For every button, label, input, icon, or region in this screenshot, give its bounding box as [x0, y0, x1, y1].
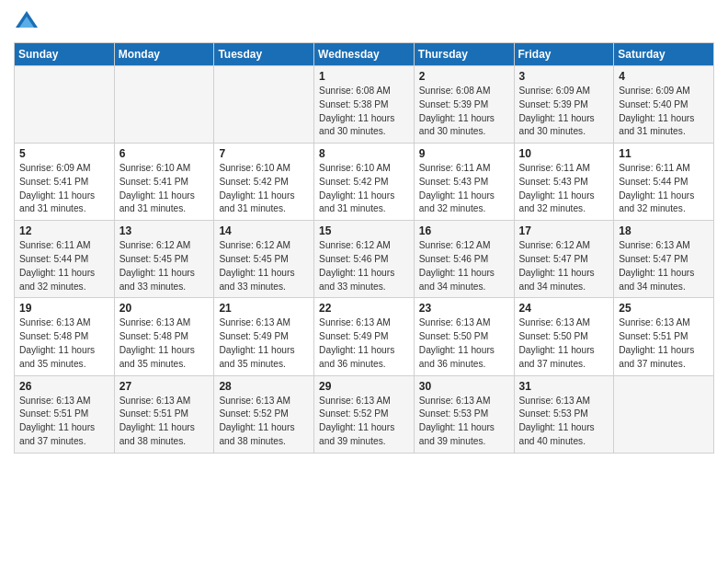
- page-header: [14, 9, 714, 35]
- day-number: 13: [119, 224, 210, 237]
- day-number: 23: [419, 302, 509, 315]
- calendar-cell: [15, 66, 115, 144]
- day-info: Sunrise: 6:11 AMSunset: 5:43 PMDaylight:…: [419, 162, 509, 216]
- day-info: Sunrise: 6:13 AMSunset: 5:49 PMDaylight:…: [219, 316, 309, 371]
- day-info: Sunrise: 6:13 AMSunset: 5:50 PMDaylight:…: [519, 316, 609, 371]
- calendar-cell: 28Sunrise: 6:13 AMSunset: 5:52 PMDayligh…: [214, 375, 314, 453]
- day-number: 5: [19, 147, 109, 160]
- day-number: 16: [419, 224, 509, 237]
- calendar-cell: 25Sunrise: 6:13 AMSunset: 5:51 PMDayligh…: [614, 298, 714, 375]
- day-number: 3: [519, 70, 609, 83]
- day-info: Sunrise: 6:11 AMSunset: 5:44 PMDaylight:…: [19, 239, 109, 293]
- day-info: Sunrise: 6:13 AMSunset: 5:52 PMDaylight:…: [319, 395, 409, 449]
- day-info: Sunrise: 6:12 AMSunset: 5:46 PMDaylight:…: [319, 239, 409, 293]
- calendar-week-3: 12Sunrise: 6:11 AMSunset: 5:44 PMDayligh…: [15, 221, 714, 298]
- logo-icon: [14, 9, 40, 35]
- day-info: Sunrise: 6:09 AMSunset: 5:39 PMDaylight:…: [519, 85, 609, 139]
- day-number: 17: [519, 224, 609, 237]
- calendar-cell: 21Sunrise: 6:13 AMSunset: 5:49 PMDayligh…: [214, 298, 314, 375]
- calendar-cell: 7Sunrise: 6:10 AMSunset: 5:42 PMDaylight…: [214, 144, 314, 221]
- day-info: Sunrise: 6:13 AMSunset: 5:49 PMDaylight:…: [319, 316, 409, 371]
- logo: [14, 9, 43, 35]
- calendar-week-2: 5Sunrise: 6:09 AMSunset: 5:41 PMDaylight…: [15, 144, 714, 221]
- day-number: 6: [119, 147, 210, 160]
- calendar-cell: 23Sunrise: 6:13 AMSunset: 5:50 PMDayligh…: [414, 298, 514, 375]
- day-number: 14: [219, 224, 309, 237]
- day-info: Sunrise: 6:13 AMSunset: 5:51 PMDaylight:…: [119, 395, 210, 449]
- calendar-cell: 13Sunrise: 6:12 AMSunset: 5:45 PMDayligh…: [114, 221, 214, 298]
- day-number: 12: [19, 224, 109, 237]
- calendar-cell: 8Sunrise: 6:10 AMSunset: 5:42 PMDaylight…: [314, 144, 415, 221]
- day-number: 19: [19, 302, 109, 315]
- day-info: Sunrise: 6:12 AMSunset: 5:46 PMDaylight:…: [419, 239, 509, 293]
- day-number: 24: [519, 302, 609, 315]
- calendar-cell: 26Sunrise: 6:13 AMSunset: 5:51 PMDayligh…: [15, 375, 115, 453]
- calendar-cell: 24Sunrise: 6:13 AMSunset: 5:50 PMDayligh…: [514, 298, 614, 375]
- day-number: 1: [319, 70, 409, 83]
- calendar-week-4: 19Sunrise: 6:13 AMSunset: 5:48 PMDayligh…: [15, 298, 714, 375]
- day-number: 4: [619, 70, 709, 83]
- day-info: Sunrise: 6:09 AMSunset: 5:40 PMDaylight:…: [619, 85, 709, 139]
- calendar-cell: 18Sunrise: 6:13 AMSunset: 5:47 PMDayligh…: [614, 221, 714, 298]
- calendar-week-1: 1Sunrise: 6:08 AMSunset: 5:38 PMDaylight…: [15, 66, 714, 144]
- day-info: Sunrise: 6:10 AMSunset: 5:42 PMDaylight:…: [219, 162, 309, 216]
- calendar-cell: 2Sunrise: 6:08 AMSunset: 5:39 PMDaylight…: [414, 66, 514, 144]
- header-tuesday: Tuesday: [214, 43, 314, 66]
- day-number: 22: [319, 302, 409, 315]
- day-number: 8: [319, 147, 409, 160]
- calendar-cell: [614, 375, 714, 453]
- header-saturday: Saturday: [614, 43, 714, 66]
- calendar-cell: 9Sunrise: 6:11 AMSunset: 5:43 PMDaylight…: [414, 144, 514, 221]
- day-info: Sunrise: 6:09 AMSunset: 5:41 PMDaylight:…: [19, 162, 109, 216]
- calendar-week-5: 26Sunrise: 6:13 AMSunset: 5:51 PMDayligh…: [15, 375, 714, 453]
- day-number: 2: [419, 70, 509, 83]
- day-number: 7: [219, 147, 309, 160]
- calendar-cell: 30Sunrise: 6:13 AMSunset: 5:53 PMDayligh…: [414, 375, 514, 453]
- day-number: 18: [619, 224, 709, 237]
- header-friday: Friday: [514, 43, 614, 66]
- calendar-header-row: SundayMondayTuesdayWednesdayThursdayFrid…: [15, 43, 714, 66]
- calendar-cell: 15Sunrise: 6:12 AMSunset: 5:46 PMDayligh…: [314, 221, 415, 298]
- day-number: 29: [319, 380, 409, 393]
- day-info: Sunrise: 6:11 AMSunset: 5:44 PMDaylight:…: [619, 162, 709, 216]
- day-info: Sunrise: 6:12 AMSunset: 5:45 PMDaylight:…: [119, 239, 210, 293]
- calendar-cell: 6Sunrise: 6:10 AMSunset: 5:41 PMDaylight…: [114, 144, 214, 221]
- day-info: Sunrise: 6:08 AMSunset: 5:38 PMDaylight:…: [319, 85, 409, 139]
- day-info: Sunrise: 6:13 AMSunset: 5:50 PMDaylight:…: [419, 316, 509, 371]
- day-number: 9: [419, 147, 509, 160]
- day-number: 10: [519, 147, 609, 160]
- day-number: 26: [19, 380, 109, 393]
- day-number: 28: [219, 380, 309, 393]
- header-sunday: Sunday: [15, 43, 115, 66]
- calendar-cell: 20Sunrise: 6:13 AMSunset: 5:48 PMDayligh…: [114, 298, 214, 375]
- day-info: Sunrise: 6:10 AMSunset: 5:42 PMDaylight:…: [319, 162, 409, 216]
- day-info: Sunrise: 6:10 AMSunset: 5:41 PMDaylight:…: [119, 162, 210, 216]
- day-info: Sunrise: 6:11 AMSunset: 5:43 PMDaylight:…: [519, 162, 609, 216]
- calendar-cell: 14Sunrise: 6:12 AMSunset: 5:45 PMDayligh…: [214, 221, 314, 298]
- day-number: 31: [519, 380, 609, 393]
- day-info: Sunrise: 6:08 AMSunset: 5:39 PMDaylight:…: [419, 85, 509, 139]
- day-number: 11: [619, 147, 709, 160]
- calendar-cell: 4Sunrise: 6:09 AMSunset: 5:40 PMDaylight…: [614, 66, 714, 144]
- calendar-cell: 31Sunrise: 6:13 AMSunset: 5:53 PMDayligh…: [514, 375, 614, 453]
- calendar-cell: 3Sunrise: 6:09 AMSunset: 5:39 PMDaylight…: [514, 66, 614, 144]
- day-number: 30: [419, 380, 509, 393]
- day-number: 27: [119, 380, 210, 393]
- day-info: Sunrise: 6:13 AMSunset: 5:53 PMDaylight:…: [419, 395, 509, 449]
- calendar-cell: 11Sunrise: 6:11 AMSunset: 5:44 PMDayligh…: [614, 144, 714, 221]
- day-info: Sunrise: 6:13 AMSunset: 5:53 PMDaylight:…: [519, 395, 609, 449]
- header-thursday: Thursday: [414, 43, 514, 66]
- calendar-cell: [114, 66, 214, 144]
- day-info: Sunrise: 6:13 AMSunset: 5:51 PMDaylight:…: [19, 395, 109, 449]
- calendar-cell: 29Sunrise: 6:13 AMSunset: 5:52 PMDayligh…: [314, 375, 415, 453]
- day-number: 20: [119, 302, 210, 315]
- day-info: Sunrise: 6:13 AMSunset: 5:52 PMDaylight:…: [219, 395, 309, 449]
- calendar-cell: 12Sunrise: 6:11 AMSunset: 5:44 PMDayligh…: [15, 221, 115, 298]
- calendar-cell: 17Sunrise: 6:12 AMSunset: 5:47 PMDayligh…: [514, 221, 614, 298]
- calendar-cell: 27Sunrise: 6:13 AMSunset: 5:51 PMDayligh…: [114, 375, 214, 453]
- day-info: Sunrise: 6:13 AMSunset: 5:48 PMDaylight:…: [119, 316, 210, 371]
- day-info: Sunrise: 6:12 AMSunset: 5:47 PMDaylight:…: [519, 239, 609, 293]
- calendar-cell: 10Sunrise: 6:11 AMSunset: 5:43 PMDayligh…: [514, 144, 614, 221]
- calendar-table: SundayMondayTuesdayWednesdayThursdayFrid…: [14, 42, 714, 454]
- day-number: 25: [619, 302, 709, 315]
